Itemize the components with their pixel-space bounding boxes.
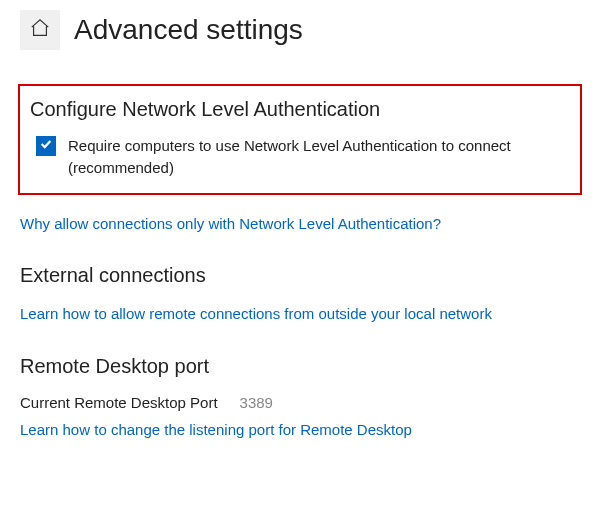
rdp-port-help-link[interactable]: Learn how to change the listening port f… (20, 421, 412, 438)
home-button[interactable] (20, 10, 60, 50)
nla-title: Configure Network Level Authentication (30, 98, 570, 121)
rdp-port-value: 3389 (240, 394, 273, 411)
checkmark-icon (39, 137, 53, 155)
home-icon (29, 17, 51, 43)
nla-checkbox-row[interactable]: Require computers to use Network Level A… (30, 135, 570, 179)
rdp-port-title: Remote Desktop port (20, 355, 580, 378)
nla-checkbox-label: Require computers to use Network Level A… (68, 135, 570, 179)
rdp-port-label: Current Remote Desktop Port (20, 394, 218, 411)
external-title: External connections (20, 264, 580, 287)
rdp-port-row: Current Remote Desktop Port 3389 (20, 394, 580, 411)
nla-help-link[interactable]: Why allow connections only with Network … (20, 215, 441, 232)
header: Advanced settings (0, 0, 600, 64)
rdp-port-section: Remote Desktop port Current Remote Deskt… (0, 325, 600, 441)
external-section: External connections Learn how to allow … (0, 234, 600, 325)
external-help-link[interactable]: Learn how to allow remote connections fr… (20, 305, 492, 322)
page-title: Advanced settings (74, 14, 303, 46)
nla-help-link-block: Why allow connections only with Network … (0, 207, 600, 235)
nla-checkbox[interactable] (36, 136, 56, 156)
nla-section: Configure Network Level Authentication R… (18, 84, 582, 195)
